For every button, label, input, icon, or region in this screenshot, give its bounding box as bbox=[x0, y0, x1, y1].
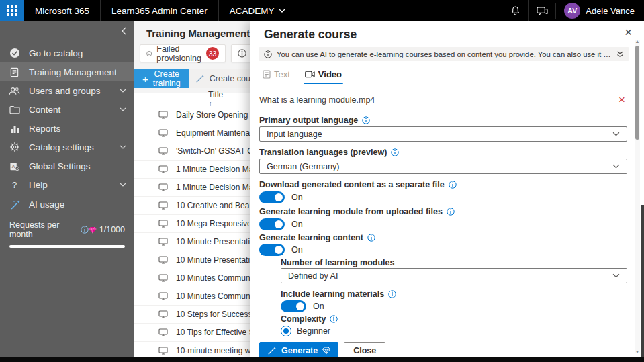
list-item[interactable]: 10-minute meeting warm-up bbox=[134, 342, 250, 357]
chevron-down-icon bbox=[120, 89, 126, 93]
generate-content-toggle[interactable] bbox=[259, 244, 285, 256]
course-screen-icon bbox=[157, 128, 169, 139]
title-column-header[interactable]: Title ↑ bbox=[134, 93, 250, 106]
failed-provisioning-card[interactable]: Failed provisioning 33 bbox=[140, 44, 226, 62]
gem-diamond-icon bbox=[89, 226, 97, 234]
ai-usage-count: 1/1000 bbox=[99, 225, 125, 234]
list-item[interactable]: 10 Steps for Successful Apprai bbox=[134, 306, 250, 324]
generate-from-files-toggle[interactable] bbox=[259, 218, 285, 230]
list-item[interactable]: 1 Minute Decision Making bbox=[134, 161, 250, 179]
people-icon bbox=[9, 85, 20, 97]
course-screen-icon bbox=[157, 200, 169, 212]
list-item[interactable]: Equipment Maintenance for R bbox=[134, 124, 250, 142]
chat-icon bbox=[537, 6, 548, 16]
info-icon[interactable] bbox=[388, 290, 396, 298]
uploaded-file-row: What is a learning module.mp4 × bbox=[259, 94, 625, 105]
global-settings-icon: A bbox=[9, 161, 20, 172]
include-materials-label: Include learning materials bbox=[281, 289, 396, 299]
course-screen-icon bbox=[157, 345, 169, 357]
feedback-button[interactable] bbox=[528, 0, 555, 21]
course-screen-icon bbox=[157, 164, 169, 175]
list-item[interactable]: 10 Creative and Beautiful Web bbox=[134, 197, 250, 215]
scroll-down-icon[interactable]: ▼ bbox=[635, 349, 640, 355]
top-bar: Microsoft 365 Learn365 Admin Center ACAD… bbox=[0, 0, 644, 21]
complexity-beginner-option[interactable]: Beginner bbox=[281, 326, 330, 336]
sidebar-nav: Go to catalog Training Management Users … bbox=[0, 21, 134, 357]
info-icon bbox=[264, 50, 272, 58]
list-item[interactable]: 10 Tips for Effective Speaking bbox=[134, 324, 250, 342]
svg-text:A: A bbox=[12, 163, 15, 168]
sidebar-item-go-to-catalog[interactable]: Go to catalog bbox=[0, 44, 134, 62]
sidebar-item-content[interactable]: Content bbox=[0, 100, 134, 119]
app-title[interactable]: Learn365 Admin Center bbox=[101, 0, 219, 21]
checkmark-circle-icon bbox=[9, 48, 20, 59]
app-launcher-icon[interactable] bbox=[0, 0, 24, 21]
list-item[interactable]: 10 Minute Presentation Skills bbox=[134, 233, 250, 251]
course-screen-icon bbox=[157, 146, 169, 157]
notifications-button[interactable] bbox=[502, 0, 528, 21]
primary-language-label: Primary output language bbox=[259, 116, 370, 125]
translation-languages-select[interactable]: German (Germany) bbox=[259, 159, 627, 174]
generate-course-dialog: Generate course × You can use AI to gene… bbox=[250, 21, 644, 357]
primary-language-select[interactable]: Input language bbox=[259, 126, 627, 142]
info-icon[interactable] bbox=[81, 226, 89, 234]
sidebar-item-users-and-groups[interactable]: Users and groups bbox=[0, 81, 134, 100]
user-name: Adele Vance bbox=[586, 6, 635, 16]
plus-icon: + bbox=[142, 74, 148, 84]
list-toolbar: + Create training Create course bbox=[134, 69, 250, 88]
list-item[interactable]: 10 Mega Responsive Websites bbox=[134, 215, 250, 233]
list-item[interactable]: 1 Minute Decision Making bbox=[134, 179, 250, 197]
radio-selected-icon bbox=[281, 326, 291, 336]
expand-banner-icon[interactable] bbox=[616, 51, 624, 58]
sidebar-item-catalog-settings[interactable]: Catalog settings bbox=[0, 138, 134, 156]
info-icon[interactable] bbox=[449, 181, 457, 189]
chevron-down-icon bbox=[612, 164, 620, 169]
chevron-down-icon bbox=[120, 183, 126, 187]
num-modules-select[interactable]: Defined by AI bbox=[281, 268, 627, 283]
list-item[interactable]: 10 Minute Presentation Skills bbox=[134, 251, 250, 269]
second-status-card[interactable]: E bbox=[231, 44, 250, 62]
dialog-scrollbar[interactable]: ▲ ▼ bbox=[635, 40, 640, 353]
sidebar-item-training-management[interactable]: Training Management bbox=[0, 62, 134, 81]
translation-languages-label: Translation languages (preview) bbox=[259, 148, 399, 157]
list-item[interactable]: Daily Store Opening Routines bbox=[134, 106, 250, 124]
account-menu[interactable]: AV Adele Vance bbox=[555, 3, 644, 19]
scroll-up-icon[interactable]: ▲ bbox=[635, 39, 640, 44]
course-screen-icon bbox=[157, 182, 169, 193]
create-course-button[interactable]: Create course bbox=[189, 69, 250, 88]
info-icon[interactable] bbox=[447, 208, 455, 216]
include-materials-toggle[interactable] bbox=[281, 300, 306, 312]
close-dialog-icon[interactable]: × bbox=[625, 26, 632, 38]
create-training-button[interactable]: + Create training bbox=[134, 69, 189, 88]
course-screen-icon bbox=[157, 291, 169, 302]
list-item[interactable]: 'Switch-On' GSSAT Online bbox=[134, 142, 250, 161]
collapse-sidebar-button[interactable] bbox=[121, 27, 126, 35]
info-icon[interactable] bbox=[330, 315, 338, 323]
tab-text[interactable]: Text bbox=[259, 66, 294, 84]
sidebar-item-global-settings[interactable]: A Global Settings bbox=[0, 156, 134, 175]
course-screen-icon bbox=[157, 255, 169, 266]
bell-icon bbox=[510, 5, 520, 16]
download-separate-toggle[interactable] bbox=[259, 191, 285, 203]
info-icon[interactable] bbox=[367, 234, 375, 242]
sad-face-icon bbox=[146, 49, 152, 58]
scrollbar-thumb[interactable] bbox=[635, 46, 639, 140]
complexity-label: Complexity bbox=[281, 314, 338, 324]
topbar-right: AV Adele Vance bbox=[502, 0, 644, 21]
folder-icon bbox=[9, 104, 20, 116]
list-item[interactable]: 10 Minutes Communication Sk bbox=[134, 287, 250, 306]
remove-file-icon[interactable]: × bbox=[618, 94, 625, 105]
sidebar-item-reports[interactable]: Reports bbox=[0, 119, 134, 138]
course-screen-icon bbox=[157, 109, 169, 121]
chevron-down-icon bbox=[120, 145, 126, 149]
ai-usage-title: AI usage bbox=[29, 199, 64, 210]
list-item[interactable]: 10 Minutes Communication Sk bbox=[134, 269, 250, 287]
info-icon[interactable] bbox=[391, 148, 399, 156]
tab-video[interactable]: Video bbox=[301, 66, 346, 84]
course-screen-icon bbox=[157, 309, 169, 320]
info-icon[interactable] bbox=[362, 116, 370, 124]
brand-microsoft365[interactable]: Microsoft 365 bbox=[24, 0, 101, 21]
tenant-switcher[interactable]: ACADEMY bbox=[219, 0, 297, 21]
bottom-bar bbox=[0, 357, 644, 362]
download-separate-label: Download generated content as a separate… bbox=[259, 180, 457, 189]
